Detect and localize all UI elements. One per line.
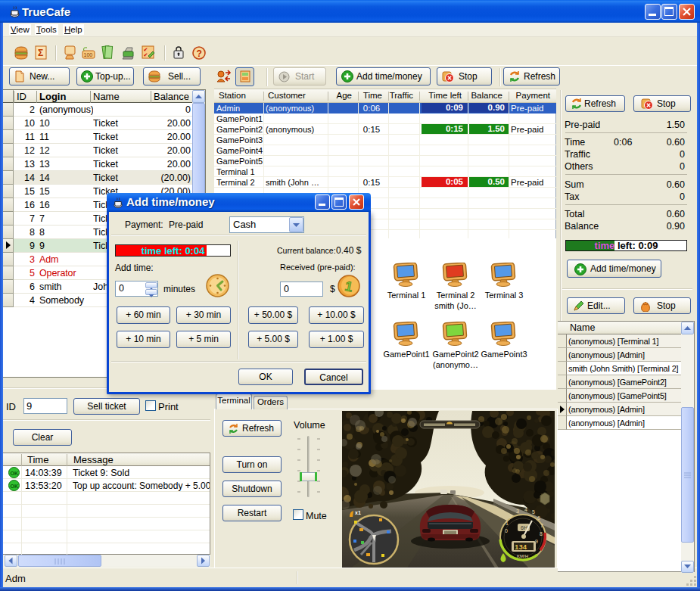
svg-text:100: 100	[84, 52, 93, 58]
svg-text:1: 1	[506, 521, 509, 526]
svg-text:4: 4	[524, 507, 527, 512]
svg-text:7: 7	[540, 523, 543, 528]
svg-text:OK: OK	[11, 471, 19, 476]
svg-text:2: 2	[509, 514, 512, 519]
svg-text:✔: ✔	[144, 52, 148, 58]
svg-text:?: ?	[197, 48, 202, 59]
svg-text:KM/H: KM/H	[517, 554, 528, 558]
svg-text:6: 6	[537, 515, 540, 521]
svg-text:0: 0	[505, 528, 508, 533]
svg-text:✔: ✔	[144, 47, 148, 52]
svg-text:134: 134	[515, 544, 527, 552]
svg-text:OK: OK	[11, 484, 19, 489]
svg-text:3: 3	[516, 509, 519, 514]
svg-text:x1: x1	[355, 510, 361, 515]
svg-text:Σ: Σ	[38, 48, 43, 58]
svg-text:5: 5	[532, 509, 535, 515]
svg-text:8: 8	[540, 531, 543, 537]
